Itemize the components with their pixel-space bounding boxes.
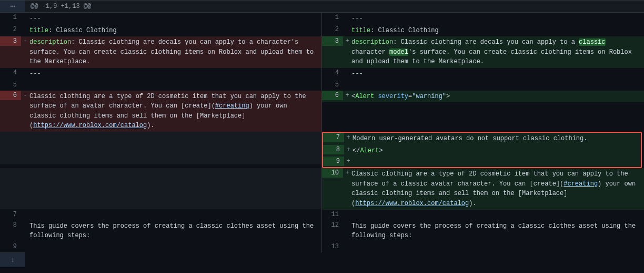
line-number: 1 — [0, 13, 21, 22]
diff-line[interactable]: 5 — [322, 80, 644, 91]
code-content: --- — [351, 13, 644, 25]
diff-line[interactable]: 7 — [0, 210, 321, 220]
diff-line[interactable]: 11 — [322, 210, 644, 220]
right-side: 1 --- 2 title: Classic Clothing — [322, 13, 644, 36]
code-content: <Alert severity="warning"> — [351, 91, 644, 103]
line-number: 7 — [323, 133, 344, 142]
code-content: title: Classic Clothing — [29, 25, 321, 37]
diff-line[interactable]: 12 This guide covers the process of crea… — [322, 220, 644, 242]
code-content — [29, 242, 321, 244]
line-number: 8 — [323, 145, 344, 154]
diff-line[interactable]: 1 --- — [322, 13, 644, 25]
code-content — [29, 210, 321, 212]
diff-line[interactable]: 1 --- — [0, 13, 321, 25]
plus-icon: + — [344, 133, 353, 142]
line-number: 1 — [322, 13, 343, 22]
diff-line[interactable]: 13 — [322, 242, 644, 252]
diff-line[interactable]: 4 --- — [322, 68, 644, 80]
line-number: 4 — [0, 68, 21, 77]
line-number: 12 — [322, 220, 343, 230]
code-content: --- — [351, 68, 644, 80]
diff-line[interactable]: 4 --- — [0, 68, 321, 80]
diff-marker — [343, 13, 351, 15]
diff-line-added[interactable]: 10 + Classic clothing are a type of 2D c… — [322, 168, 644, 209]
plus-icon: + — [343, 91, 351, 100]
plus-icon: + — [343, 168, 351, 178]
line-number: 13 — [322, 242, 343, 251]
line-number: 6 — [322, 91, 343, 100]
line-number: 10 — [322, 168, 343, 178]
expand-button[interactable]: ⋯ — [0, 1, 25, 12]
left-side: 1 --- 2 title: Classic Clothing — [0, 13, 322, 36]
code-content: title: Classic Clothing — [351, 25, 644, 37]
plus-icon: + — [344, 157, 353, 166]
diff-line-empty — [0, 168, 321, 209]
diff-marker — [21, 13, 29, 15]
code-content: description: Classic clothing are decals… — [29, 36, 321, 68]
code-content: --- — [29, 13, 321, 25]
line-number: 2 — [0, 25, 21, 34]
code-content — [351, 242, 644, 244]
line-number: 3 — [0, 36, 21, 46]
diff-line[interactable]: 9 — [0, 242, 321, 252]
annotation-highlight: 7 + Modern user-generated avatars do not… — [322, 132, 642, 168]
line-number: 11 — [322, 210, 343, 219]
hunk-header: ⋯ @@ -1,9 +1,13 @@ — [0, 0, 644, 13]
diff-line-added[interactable]: 8 + </Alert> — [323, 145, 641, 157]
diff-line-added[interactable]: 3 + description: Classic clothing are de… — [322, 36, 644, 68]
diff-line[interactable]: 5 — [0, 80, 321, 91]
code-content: This guide covers the process of creatin… — [351, 220, 644, 242]
code-content: --- — [29, 68, 321, 80]
plus-icon: + — [344, 145, 353, 154]
diff-line-added[interactable]: 9 + — [323, 157, 641, 167]
plus-icon: + — [343, 36, 351, 46]
ellipsis-icon: ⋯ — [10, 1, 15, 12]
code-content — [29, 80, 321, 82]
diff-line[interactable]: 2 title: Classic Clothing — [0, 25, 321, 37]
line-number: 5 — [322, 80, 343, 90]
code-content — [351, 210, 644, 212]
code-content: description: Classic clothing are decals… — [351, 36, 644, 68]
arrow-down-icon: ↓ — [11, 256, 15, 264]
line-number: 5 — [0, 80, 21, 90]
diff-container: ⋯ @@ -1,9 +1,13 @@ 1 --- 2 title: Classi… — [0, 0, 644, 267]
code-content — [351, 80, 644, 82]
line-number: 9 — [0, 242, 21, 251]
diff-line-added[interactable]: 6 + <Alert severity="warning"> — [322, 91, 644, 103]
diff-line-deleted[interactable]: 3 - description: Classic clothing are de… — [0, 36, 321, 68]
diff-line-empty — [0, 132, 321, 164]
minus-icon: - — [21, 91, 29, 100]
line-number: 7 — [0, 210, 21, 219]
diff-marker — [343, 25, 351, 27]
line-number: 9 — [323, 157, 344, 166]
code-content: Modern user-generated avatars do not sup… — [353, 133, 641, 145]
hunk-range: @@ -1,9 +1,13 @@ — [25, 1, 96, 12]
line-number: 8 — [0, 220, 21, 230]
diff-line-added[interactable]: 7 + Modern user-generated avatars do not… — [323, 133, 641, 145]
code-content: Classic clothing are a type of 2D cosmet… — [351, 168, 644, 209]
minus-icon: - — [21, 36, 29, 46]
code-content: </Alert> — [353, 145, 641, 157]
line-number: 3 — [322, 36, 343, 46]
line-number: 6 — [0, 91, 21, 100]
line-number: 2 — [322, 25, 343, 34]
code-content: This guide covers the process of creatin… — [29, 220, 321, 242]
diff-marker — [21, 25, 29, 27]
diff-line[interactable]: 2 title: Classic Clothing — [322, 25, 644, 37]
code-content: Classic clothing are a type of 2D cosmet… — [29, 91, 321, 132]
code-content — [353, 157, 641, 159]
diff-line-deleted[interactable]: 6 - Classic clothing are a type of 2D co… — [0, 91, 321, 132]
expand-down-button[interactable]: ↓ — [0, 252, 25, 267]
diff-line[interactable]: 8 This guide covers the process of creat… — [0, 220, 321, 242]
line-number: 4 — [322, 68, 343, 77]
